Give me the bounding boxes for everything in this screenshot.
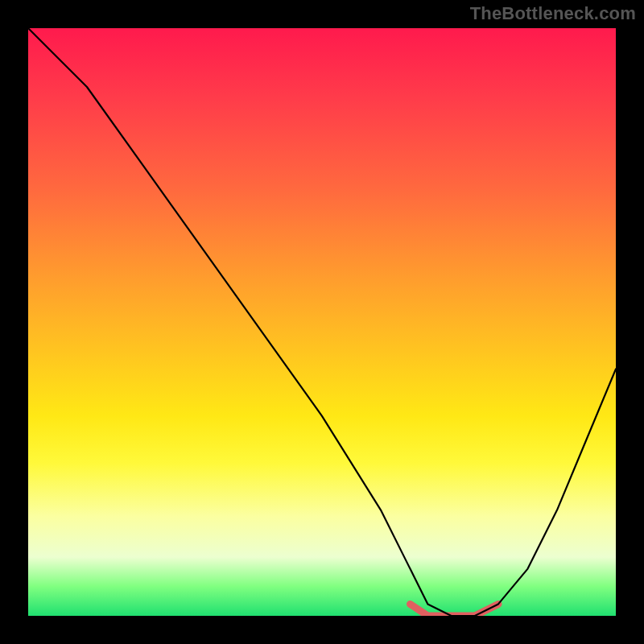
plot-area: [28, 28, 616, 616]
bottleneck-curve: [28, 28, 616, 616]
chart-frame: TheBottleneck.com: [0, 0, 644, 644]
watermark-text: TheBottleneck.com: [470, 3, 636, 24]
curve-svg: [28, 28, 616, 616]
